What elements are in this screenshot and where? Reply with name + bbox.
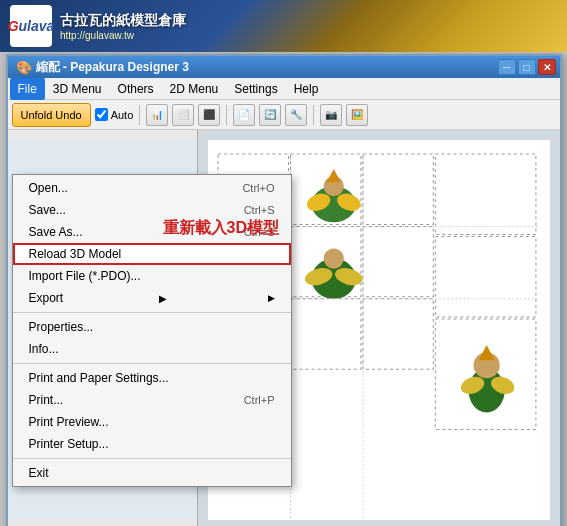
toolbar: Unfold Undo Auto 📊 ⬜ ⬛ 📄 🔄 🔧 📷 🖼️ <box>8 100 560 130</box>
export-label: Export <box>29 291 64 305</box>
menu-2d[interactable]: 2D Menu <box>162 78 227 100</box>
export-arrow: ▶ <box>159 293 167 304</box>
menu-item-print-preview[interactable]: Print Preview... <box>13 411 291 433</box>
banner-url: http://gulavaw.tw <box>60 30 186 41</box>
menu-item-info[interactable]: Info... <box>13 338 291 360</box>
menu-item-open[interactable]: Open... Ctrl+O <box>13 177 291 199</box>
window-title: 縮配 - Pepakura Designer 3 <box>36 59 189 76</box>
toolbar-grid-icon[interactable]: ⬜ <box>172 104 194 126</box>
separator-1 <box>13 312 291 313</box>
menu-help[interactable]: Help <box>286 78 327 100</box>
menu-item-printer-setup[interactable]: Printer Setup... <box>13 433 291 455</box>
print-label: Print... <box>29 393 64 407</box>
svg-point-20 <box>323 249 343 269</box>
info-label: Info... <box>29 342 59 356</box>
menu-item-print[interactable]: Print... Ctrl+P <box>13 389 291 411</box>
properties-label: Properties... <box>29 320 94 334</box>
svg-rect-18 <box>362 226 432 296</box>
window-controls: ─ □ ✕ <box>498 59 556 75</box>
menu-settings[interactable]: Settings <box>226 78 285 100</box>
toolbar-wrench-icon[interactable]: 🔧 <box>285 104 307 126</box>
title-bar: 🎨 縮配 - Pepakura Designer 3 ─ □ ✕ <box>8 56 560 78</box>
save-as-shortcut: Ctrl+S <box>244 226 275 238</box>
menu-item-import[interactable]: Import File (*.PDO)... <box>13 265 291 287</box>
menu-item-properties[interactable]: Properties... <box>13 316 291 338</box>
main-content: Open... Ctrl+O Save... Ctrl+S Save As...… <box>8 130 560 526</box>
print-settings-label: Print and Paper Settings... <box>29 371 169 385</box>
toolbar-page-icon[interactable]: 📄 <box>233 104 255 126</box>
printer-setup-label: Printer Setup... <box>29 437 109 451</box>
import-label: Import File (*.PDO)... <box>29 269 141 283</box>
toolbar-sep-2 <box>226 105 227 125</box>
toolbar-camera-icon[interactable]: 📷 <box>320 104 342 126</box>
auto-checkbox[interactable] <box>95 108 108 121</box>
menu-item-save[interactable]: Save... Ctrl+S <box>13 199 291 221</box>
auto-label: Auto <box>111 109 134 121</box>
toolbar-box-icon[interactable]: ⬛ <box>198 104 220 126</box>
auto-checkbox-group: Auto <box>95 108 134 121</box>
print-shortcut: Ctrl+P <box>244 394 275 406</box>
banner: Gulava 古拉瓦的紙模型倉庫 http://gulavaw.tw <box>0 0 567 52</box>
file-dropdown-menu: Open... Ctrl+O Save... Ctrl+S Save As...… <box>12 174 292 487</box>
app-window: 🎨 縮配 - Pepakura Designer 3 ─ □ ✕ File 3D… <box>6 54 562 526</box>
minimize-button[interactable]: ─ <box>498 59 516 75</box>
svg-rect-15 <box>435 236 536 316</box>
menu-item-exit[interactable]: Exit <box>13 462 291 484</box>
toolbar-sep-3 <box>313 105 314 125</box>
toolbar-image-icon[interactable]: 🖼️ <box>346 104 368 126</box>
toolbar-sep-1 <box>139 105 140 125</box>
menu-item-reload[interactable]: Reload 3D Model <box>13 243 291 265</box>
menu-item-save-as[interactable]: Save As... Ctrl+S <box>13 221 291 243</box>
toolbar-refresh-icon[interactable]: 🔄 <box>259 104 281 126</box>
menu-others[interactable]: Others <box>110 78 162 100</box>
svg-rect-8 <box>362 154 432 224</box>
separator-3 <box>13 458 291 459</box>
toolbar-chart-icon[interactable]: 📊 <box>146 104 168 126</box>
svg-rect-24 <box>362 299 432 369</box>
app-icon: 🎨 <box>16 60 32 75</box>
exit-label: Exit <box>29 466 49 480</box>
open-label: Open... <box>29 181 68 195</box>
svg-rect-14 <box>435 154 536 234</box>
save-label: Save... <box>29 203 66 217</box>
save-as-label: Save As... <box>29 225 83 239</box>
maximize-button[interactable]: □ <box>518 59 536 75</box>
open-shortcut: Ctrl+O <box>242 182 274 194</box>
menu-item-print-settings[interactable]: Print and Paper Settings... <box>13 367 291 389</box>
menu-item-export[interactable]: Export ▶ <box>13 287 291 309</box>
menu-3d[interactable]: 3D Menu <box>45 78 110 100</box>
separator-2 <box>13 363 291 364</box>
save-shortcut: Ctrl+S <box>244 204 275 216</box>
banner-title: 古拉瓦的紙模型倉庫 <box>60 12 186 30</box>
menubar: File 3D Menu Others 2D Menu Settings Hel… <box>8 78 560 100</box>
close-button[interactable]: ✕ <box>538 59 556 75</box>
menu-file[interactable]: File <box>10 78 45 100</box>
print-preview-label: Print Preview... <box>29 415 109 429</box>
svg-rect-23 <box>290 299 360 369</box>
reload-label: Reload 3D Model <box>29 247 122 261</box>
unfold-undo-button[interactable]: Unfold Undo <box>12 103 91 127</box>
